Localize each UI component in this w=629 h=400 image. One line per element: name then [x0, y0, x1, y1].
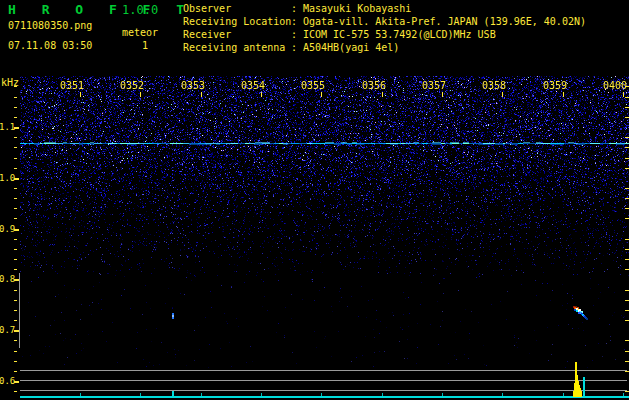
freq-minor-tick-right — [625, 269, 629, 270]
time-tick-mark — [201, 92, 202, 97]
freq-minor-tick-right — [625, 107, 629, 108]
signal-minute-tick — [321, 393, 322, 396]
time-tick-label: 0400 — [603, 80, 627, 92]
freq-minor-tick-left — [14, 137, 17, 138]
time-tick-mark — [442, 92, 443, 97]
freq-minor-tick-right — [625, 218, 629, 219]
freq-tick-label: 0.6 — [0, 376, 14, 386]
meteor-count: 1 — [142, 40, 148, 52]
freq-minor-tick-right — [625, 249, 629, 250]
freq-minor-tick-right — [625, 259, 629, 260]
freq-minor-tick-right — [625, 117, 629, 118]
freq-minor-tick-left — [14, 147, 17, 148]
freq-minor-tick-left — [14, 208, 17, 209]
info-separator: : — [291, 42, 303, 54]
freq-minor-tick-left — [14, 320, 17, 321]
freq-minor-tick-right — [625, 198, 629, 199]
signal-spike — [172, 391, 174, 397]
time-tick-mark — [623, 92, 624, 97]
app-title: H R O F F T — [8, 3, 193, 17]
hrofft-screen: H R O F F T 1.0.0 0711080350.png meteor … — [0, 0, 629, 400]
freq-minor-tick-right — [625, 168, 629, 169]
freq-minor-tick-right — [625, 97, 629, 98]
time-tick-label: 0351 — [60, 80, 84, 92]
signal-minute-tick — [261, 393, 262, 396]
freq-minor-tick-right — [625, 351, 629, 352]
signal-minute-tick — [382, 393, 383, 396]
info-value: Masayuki Kobayashi — [303, 3, 411, 14]
time-tick-mark — [382, 92, 383, 97]
freq-minor-tick-left — [14, 117, 17, 118]
signal-minute-tick — [80, 393, 81, 396]
freq-minor-tick-right — [625, 320, 629, 321]
freq-minor-tick-left — [14, 168, 17, 169]
left-scale-bar — [19, 273, 20, 348]
signal-minute-tick — [140, 393, 141, 396]
freq-minor-tick-left — [14, 290, 17, 291]
freq-minor-tick-right — [625, 361, 629, 362]
freq-minor-tick-left — [14, 259, 17, 260]
freq-minor-tick-right — [625, 137, 629, 138]
freq-minor-tick-right — [625, 310, 629, 311]
freq-minor-tick-left — [14, 351, 17, 352]
freq-tick-label: 0.9 — [0, 224, 14, 234]
signal-ref-line — [20, 390, 627, 391]
freq-minor-tick-left — [14, 198, 17, 199]
time-tick-label: 0357 — [422, 80, 446, 92]
freq-minor-tick-left — [14, 371, 17, 372]
info-separator: : — [291, 3, 303, 15]
station-info-row: Receiver:ICOM IC-575 53.7492(@LCD)MHz US… — [183, 29, 496, 41]
signal-ref-line — [20, 370, 627, 371]
freq-minor-tick-left — [14, 310, 17, 311]
freq-axis-unit: kHz — [1, 77, 19, 89]
time-tick-mark — [80, 92, 81, 97]
freq-minor-tick-left — [14, 97, 17, 98]
station-info-row: Receiving antenna:A504HB(yagi 4el) — [183, 42, 399, 54]
freq-minor-tick-left — [14, 361, 17, 362]
freq-minor-tick-left — [14, 158, 17, 159]
info-label: Observer — [183, 3, 291, 15]
freq-minor-tick-left — [14, 188, 17, 189]
freq-minor-tick-right — [625, 86, 629, 87]
app-version: 1.0.0 — [122, 4, 158, 17]
time-tick-label: 0354 — [241, 80, 265, 92]
signal-minute-tick — [563, 393, 564, 396]
freq-minor-tick-right — [625, 340, 629, 341]
info-value: Ogata-vill. Akita-Pref. JAPAN (139.96E, … — [303, 16, 586, 27]
time-tick-mark — [563, 92, 564, 97]
freq-tick-label: 0.8 — [0, 274, 14, 284]
freq-minor-tick-left — [14, 239, 17, 240]
freq-minor-tick-right — [625, 158, 629, 159]
signal-ref-line — [20, 380, 627, 381]
mode-label: meteor — [122, 27, 158, 39]
freq-minor-tick-right — [625, 147, 629, 148]
info-label: Receiving antenna — [183, 42, 291, 54]
time-tick-mark — [140, 92, 141, 97]
output-filename: 0711080350.png — [8, 20, 92, 32]
freq-tick-label: 0.7 — [0, 325, 14, 335]
station-info-row: Observer:Masayuki Kobayashi — [183, 3, 411, 15]
freq-major-tick — [14, 127, 19, 129]
spectrogram-canvas — [20, 76, 629, 368]
freq-minor-tick-right — [625, 371, 629, 372]
freq-minor-tick-left — [14, 218, 17, 219]
time-tick-label: 0355 — [301, 80, 325, 92]
time-tick-label: 0353 — [181, 80, 205, 92]
info-value: A504HB(yagi 4el) — [303, 42, 399, 53]
freq-tick-label: 1.0 — [0, 173, 14, 183]
station-info-row: Receiving Location:Ogata-vill. Akita-Pre… — [183, 16, 586, 28]
freq-minor-tick-left — [14, 249, 17, 250]
freq-minor-tick-left — [14, 269, 17, 270]
freq-minor-tick-left — [14, 107, 17, 108]
datetime-label: 07.11.08 03:50 — [8, 40, 92, 52]
info-label: Receiving Location — [183, 16, 291, 28]
freq-tick-label: 1.1 — [0, 122, 14, 132]
info-value: ICOM IC-575 53.7492(@LCD)MHz USB — [303, 29, 496, 40]
freq-minor-tick-right — [625, 188, 629, 189]
time-tick-mark — [502, 92, 503, 97]
time-tick-mark — [321, 92, 322, 97]
freq-minor-tick-left — [14, 300, 17, 301]
freq-minor-tick-left — [14, 340, 17, 341]
info-separator: : — [291, 16, 303, 28]
info-separator: : — [291, 29, 303, 41]
